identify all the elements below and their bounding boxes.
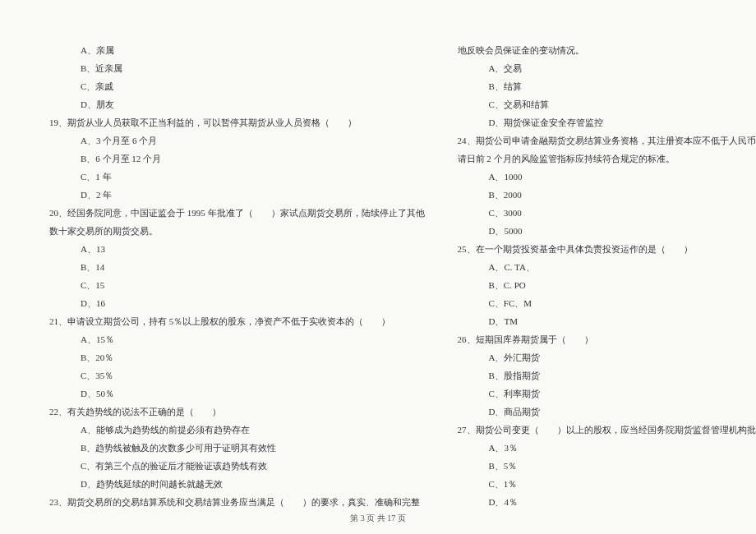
option: B、14 (49, 258, 425, 276)
option: B、结算 (458, 77, 757, 95)
option: C、交易和结算 (458, 95, 757, 113)
option: D、期货保证金安全存管监控 (458, 113, 757, 131)
option: C、15 (49, 276, 425, 294)
question-23-cont: 地反映会员保证金的变动情况。 (458, 41, 757, 59)
option: C、亲戚 (49, 77, 425, 95)
option: D、TM (458, 312, 757, 330)
option: A、能够成为趋势线的前提必须有趋势存在 (49, 421, 425, 439)
option: B、20％ (49, 348, 425, 366)
page-content: A、亲属 B、近亲属 C、亲戚 D、朋友 19、期货从业人员获取不正当利益的，可… (0, 0, 756, 534)
left-column: A、亲属 B、近亲属 C、亲戚 D、朋友 19、期货从业人员获取不正当利益的，可… (49, 41, 425, 511)
option: A、亲属 (49, 41, 425, 59)
option: C、利率期货 (458, 384, 757, 403)
question-24: 24、期货公司申请金融期货交易结算业务资格，其注册资本应不低于人民币（ ）万元，… (458, 131, 757, 150)
option: B、5％ (458, 457, 757, 475)
question-22: 22、有关趋势线的说法不正确的是（ ） (49, 403, 425, 421)
option: D、4％ (458, 493, 757, 511)
option: C、3000 (458, 204, 757, 222)
option: B、2000 (458, 186, 757, 204)
question-20: 20、经国务院同意，中国证监会于 1995 年批准了（ ）家试点期货交易所，陆续… (49, 204, 425, 222)
question-27: 27、期货公司变更（ ）以上的股权，应当经国务院期货监督管理机构批准。 (458, 421, 757, 439)
question-24-cont: 请日前 2 个月的风险监管指标应持续符合规定的标准。 (458, 150, 757, 168)
option: C、FC、M (458, 294, 757, 312)
option: B、C. PO (458, 276, 757, 294)
option: B、趋势线被触及的次数多少可用于证明其有效性 (49, 439, 425, 457)
question-26: 26、短期国库券期货属于（ ） (458, 330, 757, 348)
question-25: 25、在一个期货投资基金中具体负责投资运作的是（ ） (458, 240, 757, 258)
question-23: 23、期货交易所的交易结算系统和交易结算业务应当满足（ ）的要求，真实、准确和完… (49, 493, 425, 511)
option: C、1％ (458, 475, 757, 493)
option: D、商品期货 (458, 403, 757, 421)
option: D、2 年 (49, 186, 425, 204)
option: D、50％ (49, 384, 425, 403)
option: A、交易 (458, 59, 757, 77)
option: B、股指期货 (458, 366, 757, 384)
option: A、15％ (49, 330, 425, 348)
option: A、13 (49, 240, 425, 258)
page-footer: 第 3 页 共 17 页 (0, 513, 756, 524)
option: D、5000 (458, 222, 757, 240)
option: D、趋势线延续的时间越长就越无效 (49, 475, 425, 493)
option: B、近亲属 (49, 59, 425, 77)
option: A、外汇期货 (458, 348, 757, 366)
option: A、3％ (458, 439, 757, 457)
right-column: 地反映会员保证金的变动情况。 A、交易 B、结算 C、交易和结算 D、期货保证金… (458, 41, 757, 511)
option: B、6 个月至 12 个月 (49, 150, 425, 168)
option: A、C. TA、 (458, 258, 757, 276)
option: C、1 年 (49, 168, 425, 186)
question-19: 19、期货从业人员获取不正当利益的，可以暂停其期货从业人员资格（ ） (49, 113, 425, 131)
option: D、朋友 (49, 95, 425, 113)
option: C、有第三个点的验证后才能验证该趋势线有效 (49, 457, 425, 475)
question-21: 21、申请设立期货公司，持有 5％以上股权的股东，净资产不低于实收资本的（ ） (49, 312, 425, 330)
option: C、35％ (49, 366, 425, 384)
option: D、16 (49, 294, 425, 312)
option: A、1000 (458, 168, 757, 186)
option: A、3 个月至 6 个月 (49, 131, 425, 150)
question-20-cont: 数十家交易所的期货交易。 (49, 222, 425, 240)
